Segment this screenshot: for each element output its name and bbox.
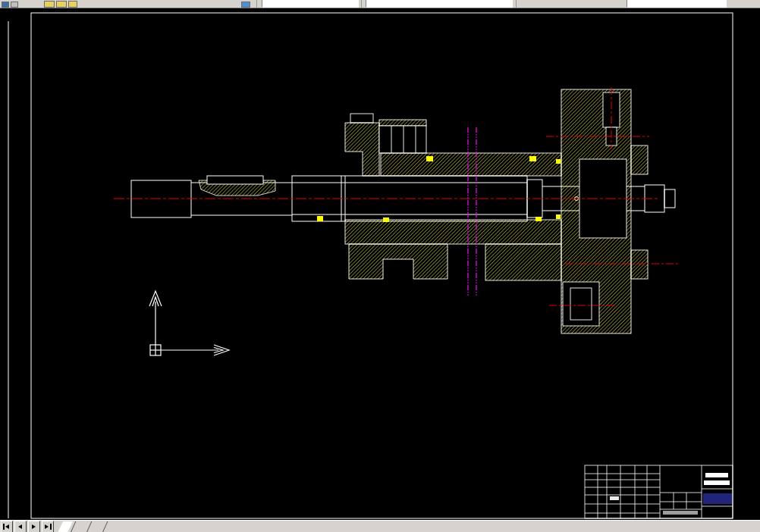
toolbar-icon-fragment[interactable]	[56, 1, 67, 8]
toolbar-icon-fragment[interactable]	[68, 1, 77, 8]
tab-prev-button[interactable]	[14, 521, 27, 532]
keyway	[199, 176, 275, 196]
assembly-drawing	[114, 87, 679, 333]
flange	[561, 89, 648, 333]
ucs-icon	[149, 291, 229, 355]
drawing-canvas[interactable]	[0, 8, 760, 520]
toolbar-icon-fragment[interactable]	[44, 1, 55, 8]
toolbar-icon-fragment[interactable]	[241, 2, 250, 8]
tab-last-button[interactable]	[42, 521, 54, 532]
housing	[345, 114, 561, 280]
toolbar-field[interactable]	[366, 0, 513, 8]
layer-combobox[interactable]	[627, 0, 727, 8]
toolbar-separator	[361, 0, 362, 8]
toolbar-separator	[256, 0, 257, 8]
toolbar-icon-fragment[interactable]	[11, 2, 18, 8]
title-block-labels	[610, 496, 619, 500]
autocad-window: { "toolbar": { "combo_value": "" }, "tab…	[0, 0, 760, 532]
tab-first-button[interactable]	[1, 521, 13, 532]
layout-tab-bar	[0, 520, 760, 532]
tab-next-button[interactable]	[28, 521, 40, 532]
toolbar-field[interactable]	[262, 0, 359, 8]
toolbar-separator	[516, 0, 517, 8]
toolbar-icon-fragment[interactable]	[2, 2, 9, 8]
